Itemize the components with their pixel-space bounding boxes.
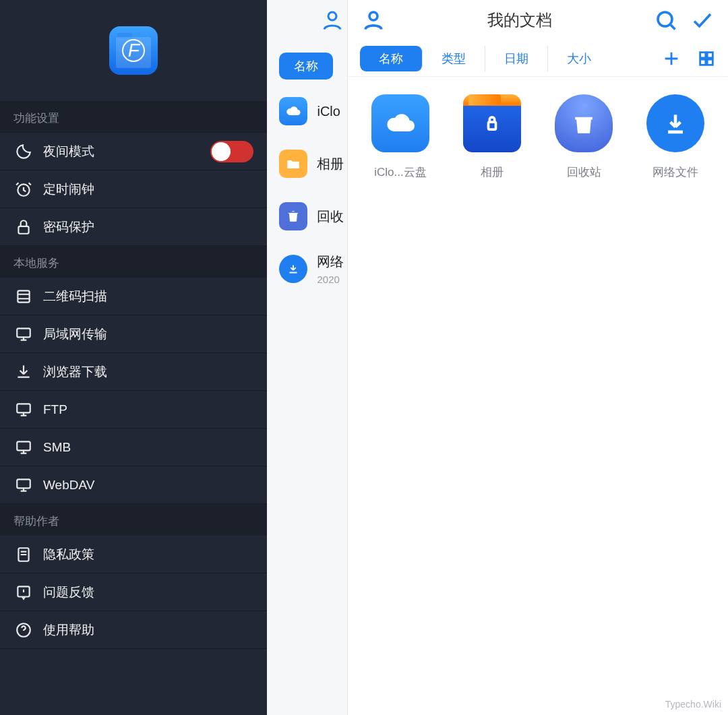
download-circle-icon [279, 255, 307, 283]
section-local-title: 本地服务 [0, 246, 267, 278]
qr-icon [13, 288, 34, 305]
card-label: 网络文件 [653, 164, 698, 180]
row-feedback[interactable]: 问题反馈 [0, 573, 267, 611]
list-item[interactable]: 相册 [267, 137, 347, 190]
mid-tab-name[interactable]: 名称 [279, 53, 333, 80]
grid-view-icon[interactable] [697, 49, 716, 68]
card-label: 回收站 [567, 164, 601, 180]
svg-rect-14 [707, 52, 712, 57]
browser-dl-label: 浏览器下载 [43, 363, 107, 381]
card-label: iClo...云盘 [374, 164, 426, 180]
sort-segments: 名称 类型 日期 大小 [360, 45, 610, 72]
list-item-sublabel: 2020 [317, 274, 344, 285]
folder-icon [279, 150, 307, 178]
list-item-label: 相册 [317, 156, 344, 171]
alarm-label: 定时闹钟 [43, 181, 94, 198]
svg-rect-17 [489, 122, 496, 129]
smb-label: SMB [43, 440, 71, 455]
watermark-text: Typecho.Wiki [665, 699, 721, 710]
document-icon [13, 546, 34, 563]
svg-rect-6 [17, 479, 30, 488]
card-icloud[interactable]: iClo...云盘 [361, 94, 439, 180]
svg-rect-2 [18, 290, 29, 302]
svg-point-10 [328, 12, 336, 20]
help-label: 使用帮助 [43, 621, 94, 639]
list-item[interactable]: 回收 [267, 190, 347, 243]
cloud-icon [279, 97, 307, 125]
night-mode-toggle[interactable] [210, 141, 253, 162]
row-qr[interactable]: 二维码扫描 [0, 278, 267, 315]
svg-rect-1 [18, 226, 28, 233]
monitor-icon [13, 401, 34, 418]
card-album[interactable]: 相册 [453, 94, 531, 180]
profile-icon[interactable] [320, 8, 344, 32]
row-browser-dl[interactable]: 浏览器下载 [0, 353, 267, 391]
tab-type[interactable]: 类型 [423, 46, 485, 71]
download-icon [13, 363, 34, 381]
list-item-label: iClo [317, 104, 340, 119]
row-smb[interactable]: SMB [0, 429, 267, 466]
webdav-label: WebDAV [43, 478, 94, 493]
svg-rect-16 [707, 59, 712, 65]
qr-label: 二维码扫描 [43, 288, 107, 305]
app-logo-area: F [0, 0, 267, 101]
card-bin[interactable]: 回收站 [545, 94, 623, 180]
svg-rect-4 [17, 404, 30, 412]
plus-icon[interactable] [662, 49, 681, 68]
monitor-icon [13, 325, 34, 343]
background-list-panel: 名称 iClo 相册 回收 网络 2020 [267, 0, 348, 715]
row-lan[interactable]: 局域网传输 [0, 315, 267, 353]
app-logo-icon: F [109, 26, 158, 75]
help-icon [13, 621, 34, 639]
moon-icon [13, 143, 34, 160]
profile-icon[interactable] [361, 8, 386, 32]
tab-name[interactable]: 名称 [360, 46, 423, 71]
lock-icon [13, 218, 34, 236]
section-settings-title: 功能设置 [0, 101, 267, 133]
list-item-label: 网络 [317, 254, 344, 269]
alert-icon [13, 584, 34, 601]
svg-rect-3 [17, 328, 30, 337]
card-net[interactable]: 网络文件 [636, 94, 715, 180]
locked-folder-icon [463, 94, 521, 152]
row-help[interactable]: 使用帮助 [0, 611, 267, 649]
cloud-icon [371, 94, 429, 152]
row-alarm[interactable]: 定时闹钟 [0, 170, 267, 208]
trash-icon [555, 94, 613, 152]
lan-label: 局域网传输 [43, 325, 107, 343]
tab-size[interactable]: 大小 [548, 46, 610, 71]
trash-icon [279, 202, 307, 230]
card-label: 相册 [481, 164, 504, 180]
privacy-label: 隐私政策 [43, 546, 94, 563]
monitor-icon [13, 439, 34, 456]
list-item-label: 回收 [317, 209, 344, 224]
tab-date[interactable]: 日期 [485, 46, 548, 71]
svg-point-12 [658, 12, 672, 26]
download-circle-icon [646, 94, 704, 152]
svg-point-11 [369, 12, 377, 20]
row-webdav[interactable]: WebDAV [0, 466, 267, 504]
svg-rect-13 [700, 52, 706, 57]
section-help-title: 帮助作者 [0, 504, 267, 536]
feedback-label: 问题反馈 [43, 584, 94, 601]
check-icon[interactable] [690, 8, 715, 32]
list-item[interactable]: 网络 2020 [267, 243, 347, 295]
row-lock[interactable]: 密码保护 [0, 208, 267, 246]
page-title: 我的文档 [487, 9, 552, 31]
row-night-mode[interactable]: 夜间模式 [0, 133, 267, 170]
settings-drawer: F 功能设置 夜间模式 定时闹钟 密码保护 本地服务 [0, 0, 267, 715]
ftp-label: FTP [43, 402, 67, 417]
monitor-icon [13, 476, 34, 494]
search-icon[interactable] [654, 8, 678, 32]
night-mode-label: 夜间模式 [43, 143, 94, 160]
list-item[interactable]: iClo [267, 85, 347, 137]
svg-rect-5 [17, 441, 30, 450]
lock-label: 密码保护 [43, 218, 94, 236]
svg-rect-15 [700, 59, 706, 65]
documents-panel: 我的文档 名称 类型 日期 大小 iClo...云盘 [348, 0, 728, 715]
row-privacy[interactable]: 隐私政策 [0, 536, 267, 573]
clock-icon [13, 181, 34, 198]
row-ftp[interactable]: FTP [0, 391, 267, 429]
